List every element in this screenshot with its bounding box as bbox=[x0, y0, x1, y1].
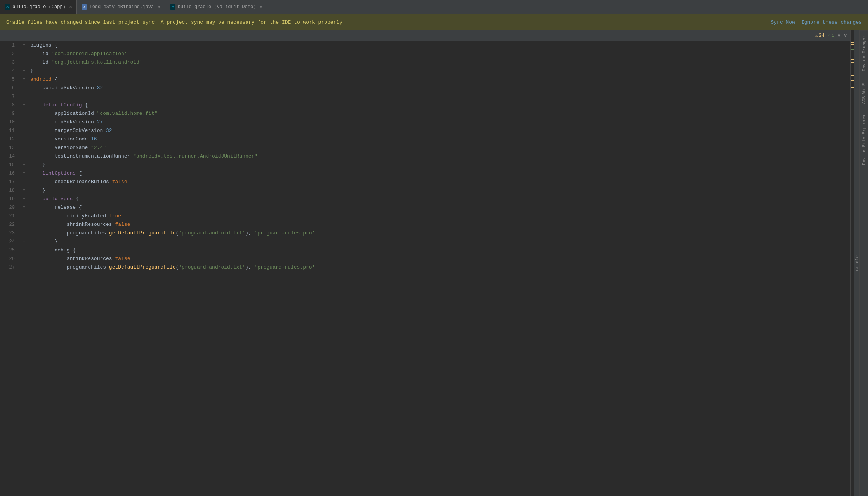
ignore-changes-button[interactable]: Ignore these changes bbox=[801, 19, 862, 25]
line-number: 4 bbox=[0, 67, 19, 75]
fold-icon[interactable]: ▾ bbox=[23, 101, 25, 109]
code-line: 14 testInstrumentationRunner "androidx.t… bbox=[0, 152, 850, 161]
line-gutter bbox=[19, 118, 29, 127]
tab-close-icon[interactable]: ✕ bbox=[260, 4, 262, 9]
line-content: id 'com.android.application' bbox=[29, 50, 850, 58]
code-line: 21 minifyEnabled true bbox=[0, 212, 850, 220]
notification-message: Gradle files have changed since last pro… bbox=[6, 19, 765, 25]
nav-up-button[interactable]: ∧ bbox=[837, 32, 840, 39]
code-line: 5▾android { bbox=[0, 75, 850, 84]
code-editor: ⚠ 24 ✓ 1 ∧ ∨ 1▾plugins {2 id 'com.androi… bbox=[0, 30, 850, 496]
fold-icon[interactable]: ▾ bbox=[23, 41, 25, 50]
tab-toggle-style[interactable]: J ToggleStyleBinding.java ✕ bbox=[77, 0, 165, 14]
minimap-marker-5 bbox=[851, 62, 854, 63]
line-gutter bbox=[19, 246, 29, 255]
svg-text:J: J bbox=[83, 5, 85, 9]
ok-indicator: ✓ 1 bbox=[828, 33, 834, 38]
line-gutter: ▾ bbox=[19, 169, 29, 178]
ok-count: 1 bbox=[832, 33, 834, 38]
fold-icon[interactable]: ▾ bbox=[23, 186, 25, 195]
line-gutter bbox=[19, 84, 29, 92]
code-line: 2 id 'com.android.application' bbox=[0, 50, 850, 58]
line-number: 11 bbox=[0, 127, 19, 135]
line-gutter bbox=[19, 127, 29, 135]
tab-build-validfit[interactable]: G build.gradle (ValidFit Demo) ✕ bbox=[165, 0, 267, 14]
line-gutter bbox=[19, 212, 29, 220]
device-file-explorer-panel[interactable]: Device File Explorer bbox=[860, 109, 868, 170]
code-line: 16▾ lintOptions { bbox=[0, 169, 850, 178]
code-line: 1▾plugins { bbox=[0, 41, 850, 50]
line-gutter: ▾ bbox=[19, 203, 29, 212]
tab-close-icon[interactable]: ✕ bbox=[158, 4, 160, 9]
line-gutter bbox=[19, 109, 29, 118]
tab-close-icon[interactable]: ✕ bbox=[69, 4, 72, 9]
code-line: 11 targetSdkVersion 32 bbox=[0, 127, 850, 135]
fold-icon[interactable]: ▾ bbox=[23, 169, 25, 178]
line-number: 22 bbox=[0, 220, 19, 229]
warning-indicator: ⚠ 24 bbox=[815, 33, 825, 38]
fold-icon[interactable]: ▾ bbox=[23, 195, 25, 203]
line-number: 14 bbox=[0, 152, 19, 161]
tab-build-app[interactable]: G build.gradle (:app) ✕ bbox=[0, 0, 77, 14]
device-manager-panel[interactable]: Device Manager bbox=[860, 30, 868, 76]
line-number: 24 bbox=[0, 238, 19, 246]
checkmark-icon: ✓ bbox=[828, 33, 830, 38]
adb-wifi-panel[interactable]: ADB Wi-Fi bbox=[860, 76, 868, 108]
line-gutter bbox=[19, 255, 29, 263]
line-number: 3 bbox=[0, 58, 19, 67]
code-line: 23 proguardFiles getDefaultProguardFile(… bbox=[0, 229, 850, 238]
line-gutter bbox=[19, 50, 29, 58]
line-content: versionName "2.4" bbox=[29, 144, 850, 152]
svg-text:G: G bbox=[172, 5, 174, 9]
fold-icon[interactable]: ▾ bbox=[23, 238, 25, 246]
line-number: 13 bbox=[0, 144, 19, 152]
line-number: 15 bbox=[0, 161, 19, 169]
line-content: proguardFiles getDefaultProguardFile('pr… bbox=[29, 229, 850, 238]
code-line: 20▾ release { bbox=[0, 203, 850, 212]
minimap bbox=[850, 30, 854, 496]
fold-icon[interactable]: ▾ bbox=[23, 161, 25, 169]
line-content: shrinkResources false bbox=[29, 220, 850, 229]
line-content: } bbox=[29, 161, 850, 169]
line-gutter bbox=[19, 229, 29, 238]
fold-icon[interactable]: ▾ bbox=[23, 67, 25, 75]
minimap-marker-2 bbox=[851, 44, 854, 45]
nav-down-button[interactable]: ∨ bbox=[844, 32, 847, 39]
code-line: 26 shrinkResources false bbox=[0, 255, 850, 263]
line-content: plugins { bbox=[29, 41, 850, 50]
line-number: 9 bbox=[0, 109, 19, 118]
line-content: minSdkVersion 27 bbox=[29, 118, 850, 127]
line-content: } bbox=[29, 186, 850, 195]
code-line: 17 checkReleaseBuilds false bbox=[0, 178, 850, 186]
line-number: 16 bbox=[0, 169, 19, 178]
line-gutter bbox=[19, 135, 29, 144]
line-content: targetSdkVersion 32 bbox=[29, 127, 850, 135]
line-content: defaultConfig { bbox=[29, 101, 850, 109]
minimap-marker-8 bbox=[851, 87, 854, 88]
warning-count: 24 bbox=[819, 33, 824, 38]
code-line: 9 applicationId "com.valid.home.fit" bbox=[0, 109, 850, 118]
fold-icon[interactable]: ▾ bbox=[23, 75, 25, 84]
code-line: 4▾} bbox=[0, 67, 850, 75]
tab-bar: G build.gradle (:app) ✕ J ToggleStyleBin… bbox=[0, 0, 868, 14]
code-content: 1▾plugins {2 id 'com.android.application… bbox=[0, 41, 850, 496]
fold-icon[interactable]: ▾ bbox=[23, 203, 25, 212]
warning-triangle-icon: ⚠ bbox=[815, 33, 818, 38]
line-gutter: ▾ bbox=[19, 75, 29, 84]
line-number: 6 bbox=[0, 84, 19, 92]
sync-now-button[interactable]: Sync Now bbox=[771, 19, 795, 25]
notification-bar: Gradle files have changed since last pro… bbox=[0, 14, 868, 30]
code-line: 27 proguardFiles getDefaultProguardFile(… bbox=[0, 263, 850, 272]
line-content: } bbox=[29, 67, 850, 75]
line-gutter: ▾ bbox=[19, 101, 29, 109]
code-line: 6 compileSdkVersion 32 bbox=[0, 84, 850, 92]
line-gutter: ▾ bbox=[19, 238, 29, 246]
line-number: 25 bbox=[0, 246, 19, 255]
line-content: proguardFiles getDefaultProguardFile('pr… bbox=[29, 263, 850, 272]
tab-label: ToggleStyleBinding.java bbox=[89, 4, 154, 10]
java-icon: J bbox=[82, 4, 87, 10]
gradle-side-label[interactable]: Gradle bbox=[855, 255, 859, 271]
line-gutter: ▾ bbox=[19, 67, 29, 75]
minimap-marker-7 bbox=[851, 80, 854, 81]
line-number: 19 bbox=[0, 195, 19, 203]
